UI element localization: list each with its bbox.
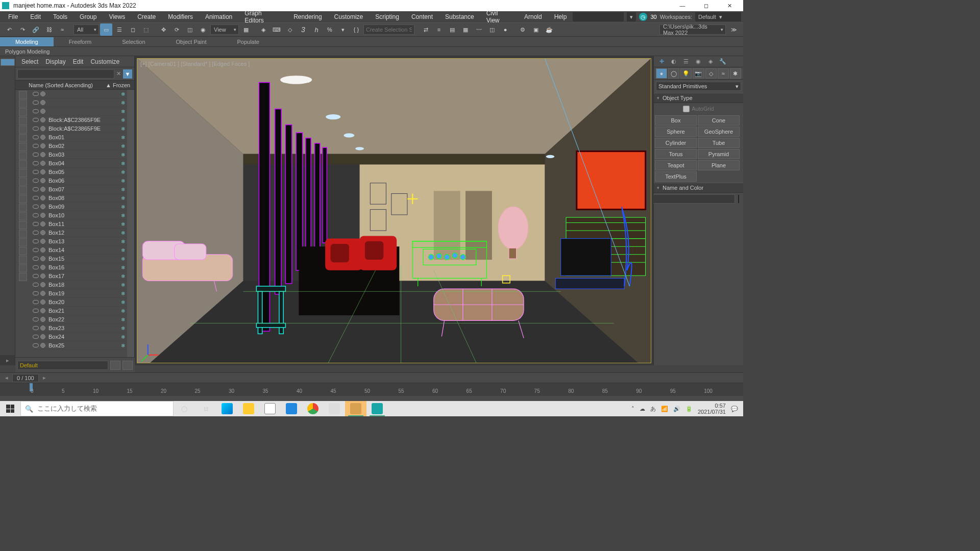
list-item[interactable]: Box05❄: [31, 168, 127, 177]
create-panel-icon[interactable]: ✚: [657, 57, 666, 66]
name-color-rollup[interactable]: Name and Color: [654, 183, 743, 193]
freeze-icon[interactable]: [40, 213, 45, 218]
list-item[interactable]: Box06❄: [31, 177, 127, 185]
layer-btn-1[interactable]: [110, 361, 120, 370]
filter-icon[interactable]: [19, 91, 27, 99]
maximize-button[interactable]: ◻: [694, 0, 718, 11]
visibility-icon[interactable]: [33, 135, 39, 139]
ribbon-subpanel[interactable]: Polygon Modeling: [0, 47, 743, 56]
workspace-dropdown[interactable]: Default ▾: [695, 12, 741, 21]
tray-power-icon[interactable]: 🔋: [685, 406, 693, 412]
tray-clock[interactable]: 0:57 2021/07/31: [698, 403, 726, 415]
pivot-button[interactable]: ▦: [240, 23, 252, 36]
explorer-menu-edit[interactable]: Edit: [73, 58, 84, 65]
menu-graph-editors[interactable]: Graph Editors: [238, 8, 287, 26]
create-cylinder-button[interactable]: Cylinder: [655, 138, 697, 148]
link-button[interactable]: 🔗: [30, 23, 42, 36]
visibility-icon[interactable]: [33, 179, 39, 183]
toggle-ribbon-button[interactable]: ▦: [459, 23, 472, 36]
visibility-icon[interactable]: [33, 343, 39, 347]
geometry-tab[interactable]: ●: [656, 68, 667, 79]
layer-name-input[interactable]: [17, 361, 108, 370]
freeze-icon[interactable]: [40, 152, 45, 157]
visibility-icon[interactable]: [33, 239, 39, 243]
freeze-icon[interactable]: [40, 195, 45, 201]
close-button[interactable]: ✕: [718, 0, 741, 11]
freeze-icon[interactable]: [40, 109, 45, 114]
freeze-icon[interactable]: [40, 308, 45, 313]
frame-counter[interactable]: 0 / 100: [12, 374, 39, 382]
filter-icon[interactable]: [19, 221, 27, 229]
filter-icon[interactable]: [19, 160, 27, 168]
list-item[interactable]: Box04❄: [31, 159, 127, 168]
filter-icon[interactable]: [19, 117, 27, 125]
visibility-icon[interactable]: [33, 317, 39, 321]
utilities-panel-icon[interactable]: 🔧: [718, 57, 727, 66]
create-geosphere-button[interactable]: GeoSphere: [698, 127, 740, 137]
explorer-filter-button[interactable]: ▼: [123, 69, 132, 79]
list-item[interactable]: Box09❄: [31, 203, 127, 211]
render-button[interactable]: ☕: [543, 23, 555, 36]
bracket-button[interactable]: { }: [350, 23, 362, 36]
menu-rendering[interactable]: Rendering: [287, 12, 328, 22]
menu-modifiers[interactable]: Modifiers: [162, 12, 199, 22]
visibility-icon[interactable]: [33, 257, 39, 261]
taskbar-app-store[interactable]: [259, 401, 281, 416]
tray-volume-icon[interactable]: 🔊: [673, 406, 680, 412]
align-button[interactable]: ≡: [433, 23, 445, 36]
freeze-icon[interactable]: [40, 247, 45, 253]
menu-group[interactable]: Group: [74, 12, 103, 22]
list-item[interactable]: Box12❄: [31, 229, 127, 237]
freeze-icon[interactable]: [40, 282, 45, 287]
list-item[interactable]: Block:A$C23865F9E❄: [31, 124, 127, 133]
list-item[interactable]: Box11❄: [31, 220, 127, 229]
freeze-icon[interactable]: [40, 117, 45, 122]
filter-icon[interactable]: [19, 126, 27, 134]
cameras-tab[interactable]: 📷: [693, 68, 704, 79]
freeze-icon[interactable]: [40, 169, 45, 174]
autosave-dropdown[interactable]: ▾: [627, 12, 636, 21]
rotate-button[interactable]: ⟳: [170, 23, 183, 36]
viewport[interactable]: [+] [Camera01 ] [Standard* ] [Edged Face…: [137, 58, 651, 363]
explorer-menu-customize[interactable]: Customize: [90, 58, 119, 65]
freeze-icon[interactable]: [40, 126, 45, 131]
freeze-icon[interactable]: [40, 239, 45, 244]
strip-expand-button[interactable]: ▸: [0, 355, 15, 365]
create-textplus-button[interactable]: TextPlus: [655, 171, 697, 182]
ribbon-tab-populate[interactable]: Populate: [222, 37, 274, 46]
freeze-icon[interactable]: [40, 161, 45, 166]
list-item[interactable]: Box17❄: [31, 272, 127, 281]
filter-icon[interactable]: [19, 238, 27, 246]
freeze-icon[interactable]: [40, 291, 45, 296]
motion-panel-icon[interactable]: ◉: [694, 57, 703, 66]
start-button[interactable]: [0, 401, 20, 416]
filter-icon[interactable]: [19, 273, 27, 281]
filter-icon[interactable]: [19, 152, 27, 160]
visibility-icon[interactable]: [33, 187, 39, 191]
freeze-icon[interactable]: [40, 187, 45, 192]
scale-button[interactable]: ◫: [184, 23, 196, 36]
list-item[interactable]: Box08❄: [31, 194, 127, 203]
mirror-button[interactable]: ⇄: [420, 23, 432, 36]
unlink-button[interactable]: ⛓: [43, 23, 55, 36]
helpers-tab[interactable]: ◇: [705, 68, 717, 79]
freeze-icon[interactable]: [40, 299, 45, 305]
list-item[interactable]: Box07❄: [31, 185, 127, 194]
tray-notifications-icon[interactable]: 💬: [731, 406, 738, 412]
task-view-button[interactable]: ◯: [174, 401, 195, 416]
filter-icon[interactable]: [19, 134, 27, 142]
schematic-view-button[interactable]: ◫: [486, 23, 498, 36]
curve-editor-button[interactable]: 〰: [473, 23, 485, 36]
menu-scripting[interactable]: Scripting: [369, 12, 405, 22]
visibility-icon[interactable]: [33, 109, 39, 113]
menu-customize[interactable]: Customize: [328, 12, 370, 22]
taskbar-app-edge[interactable]: [216, 401, 238, 416]
render-frame-button[interactable]: ▣: [530, 23, 542, 36]
taskbar-app-mail[interactable]: [281, 401, 302, 416]
list-item[interactable]: ❄: [31, 90, 127, 98]
list-item[interactable]: Box19❄: [31, 289, 127, 298]
spinner-snap-button[interactable]: %: [324, 23, 336, 36]
list-item[interactable]: ❄: [31, 98, 127, 107]
visibility-icon[interactable]: [33, 213, 39, 217]
visibility-icon[interactable]: [33, 205, 39, 209]
